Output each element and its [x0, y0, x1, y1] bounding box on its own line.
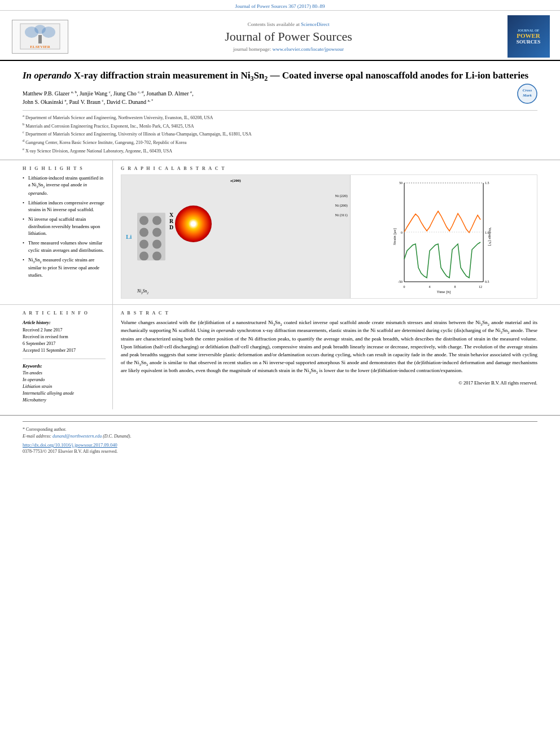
received-date: Received 2 June 2017: [23, 327, 106, 334]
svg-rect-4: [38, 35, 42, 43]
svg-text:0: 0: [403, 285, 405, 289]
ni-220: Ni (220): [335, 194, 348, 198]
highlight-2: Lithiation induces compressive average s…: [23, 199, 106, 213]
email-label: E-mail address:: [23, 434, 53, 439]
sciencedirect-link[interactable]: ScienceDirect: [301, 21, 329, 27]
graphical-abstract-image: ε(200) Li: [121, 174, 537, 299]
svg-point-13: [152, 228, 161, 237]
received-revised-label: Received in revised form: [23, 334, 106, 340]
journal-homepage: journal homepage: www.elsevier.com/locat…: [71, 46, 506, 52]
svg-text:Time [h]: Time [h]: [437, 290, 450, 294]
elsevier-logo: ELSEVIER: [9, 20, 71, 54]
journal-top-bar: Journal of Power Sources 367 (2017) 80–8…: [0, 0, 560, 11]
highlight-3: Ni inverse opal scaffold strain distribu…: [23, 216, 106, 237]
svg-point-14: [139, 239, 148, 248]
ni-peak-labels: Ni (220) Ni (200) Ni (311): [335, 194, 348, 217]
ga-diagram-left: ε(200) Li: [121, 175, 350, 298]
sciencedirect-info: Contents lists available at ScienceDirec…: [71, 21, 506, 27]
article-info-column: A R T I C L E I N F O Article history: R…: [0, 305, 113, 409]
svg-point-3: [42, 27, 55, 38]
abstract-heading: A B S T R A C T: [121, 311, 537, 316]
journal-citation: Journal of Power Sources 367 (2017) 80–8…: [235, 3, 325, 9]
svg-text:4: 4: [428, 285, 430, 289]
keyword-5: Microbattery: [23, 397, 106, 404]
svg-text:Cross: Cross: [523, 88, 532, 93]
elsevier-logo-image: ELSEVIER: [12, 20, 68, 54]
journal-header: ELSEVIER Contents lists available at Sci…: [0, 11, 560, 61]
li-label: Li: [126, 233, 132, 240]
diffraction-spot: [175, 206, 212, 242]
elsevier-logo-container: ELSEVIER: [9, 20, 71, 54]
affiliation-b: b Materials and Corrosion Engineering Pr…: [23, 121, 537, 129]
svg-text:0.5: 0.5: [485, 280, 489, 283]
crossmark-logo: Cross Mark: [517, 84, 537, 104]
svg-text:8: 8: [454, 285, 456, 289]
svg-text:-50: -50: [398, 280, 403, 283]
affiliation-d: d Gangeung Center, Korea Basic Science I…: [23, 138, 537, 146]
history-label: Article history:: [23, 320, 106, 325]
ni3sn2-label: Ni3Sn2: [137, 289, 148, 295]
svg-text:1.5: 1.5: [485, 181, 489, 185]
article-history: Article history: Received 2 June 2017 Re…: [23, 320, 106, 354]
doi-link[interactable]: http://dx.doi.org/10.1016/j.jpowsour.201…: [23, 442, 537, 448]
strain-voltage-chart: Strain [με] Voltage [V] Time [h] 50: [353, 177, 535, 296]
paper-header: In operando X-ray diffraction strain mea…: [0, 61, 560, 160]
abstract-text: Volume changes associated with the (de)l…: [121, 319, 537, 375]
journal-info-center: Contents lists available at ScienceDirec…: [71, 21, 506, 52]
keywords-section: Keywords: Tin anodes In operando Lithiat…: [23, 364, 106, 404]
graphical-abstract-heading: G R A P H I C A L A B S T R A C T: [121, 166, 537, 171]
graphical-abstract-column: G R A P H I C A L A B S T R A C T ε(200)…: [113, 160, 560, 304]
svg-text:ELSEVIER: ELSEVIER: [30, 45, 50, 49]
journal-title: Journal of Power Sources: [71, 29, 506, 44]
affiliation-c: c Department of Materials Science and En…: [23, 129, 537, 137]
power-sources-logo: JOURNAL OF POWER SOURCES: [508, 15, 550, 58]
email-address[interactable]: dunand@northwestern.edu: [53, 434, 102, 439]
svg-text:1.0: 1.0: [485, 231, 489, 234]
journal-logo-right: JOURNAL OF POWER SOURCES: [506, 15, 551, 58]
svg-text:Mark: Mark: [522, 93, 532, 98]
paper-title: In operando X-ray diffraction strain mea…: [23, 69, 537, 84]
keyword-2: In operando: [23, 377, 106, 383]
corresponding-footnote: * Corresponding author. E-mail address: …: [23, 426, 537, 440]
sciencedirect-prefix: Contents lists available at: [248, 21, 301, 27]
copyright: © 2017 Elsevier B.V. All rights reserved…: [121, 380, 537, 386]
svg-point-16: [139, 251, 148, 260]
affiliations: a Department of Materials Science and En…: [23, 110, 537, 154]
svg-point-10: [139, 216, 148, 225]
title-normal-part: X-ray diffraction strain measurement in …: [74, 70, 529, 81]
logo-sources: SOURCES: [517, 39, 541, 45]
abstract-column: A B S T R A C T Volume changes associate…: [113, 305, 560, 409]
affiliation-a: a Department of Materials Science and En…: [23, 113, 537, 121]
ni-200: Ni (200): [335, 203, 348, 207]
highlight-4: Three measured volumes show similar cycl…: [23, 239, 106, 254]
corresponding-text: * Corresponding author.: [23, 427, 67, 432]
logo-power: POWER: [517, 32, 540, 39]
info-abstract-section: A R T I C L E I N F O Article history: R…: [0, 304, 560, 409]
issn-text: 0378-7753/© 2017 Elsevier B.V. All right…: [23, 449, 537, 454]
highlights-column: H I G H L I G H T S Lithiation-induced s…: [0, 160, 113, 304]
svg-point-11: [152, 216, 161, 225]
footer-section: * Corresponding author. E-mail address: …: [0, 415, 560, 460]
ga-chart: Strain [με] Voltage [V] Time [h] 50: [350, 175, 537, 298]
highlight-5: Ni3Sn2 measured cyclic strains are simil…: [23, 256, 106, 278]
keyword-4: Intermetallic alloying anode: [23, 390, 106, 397]
affiliation-e: e X-ray Science Division, Argonne Nation…: [23, 146, 537, 154]
ga-inner: ε(200) Li: [121, 175, 537, 298]
keywords-list: Tin anodes In operando Lithiation strain…: [23, 370, 106, 404]
abstract-paragraph: Volume changes associated with the (de)l…: [121, 319, 537, 375]
keywords-label: Keywords:: [23, 364, 106, 369]
epsilon-label: ε(200): [230, 178, 240, 183]
highlights-abstract-section: H I G H L I G H T S Lithiation-induced s…: [0, 160, 560, 304]
svg-text:50: 50: [399, 181, 403, 185]
email-name: (D.C. Dunand).: [103, 434, 131, 439]
ni-311: Ni (311): [335, 213, 348, 217]
homepage-link[interactable]: www.elsevier.com/locate/jpowsour: [273, 46, 344, 52]
highlights-heading: H I G H L I G H T S: [23, 166, 106, 171]
svg-text:Voltage [V]: Voltage [V]: [488, 228, 492, 246]
homepage-prefix: journal homepage:: [233, 46, 272, 52]
opal-structure: [137, 212, 165, 260]
highlights-list: Lithiation-induced strains quantified in…: [23, 174, 106, 278]
footer-divider: [23, 421, 537, 422]
received-revised-date: 6 September 2017: [23, 340, 106, 347]
svg-text:12: 12: [479, 285, 482, 289]
